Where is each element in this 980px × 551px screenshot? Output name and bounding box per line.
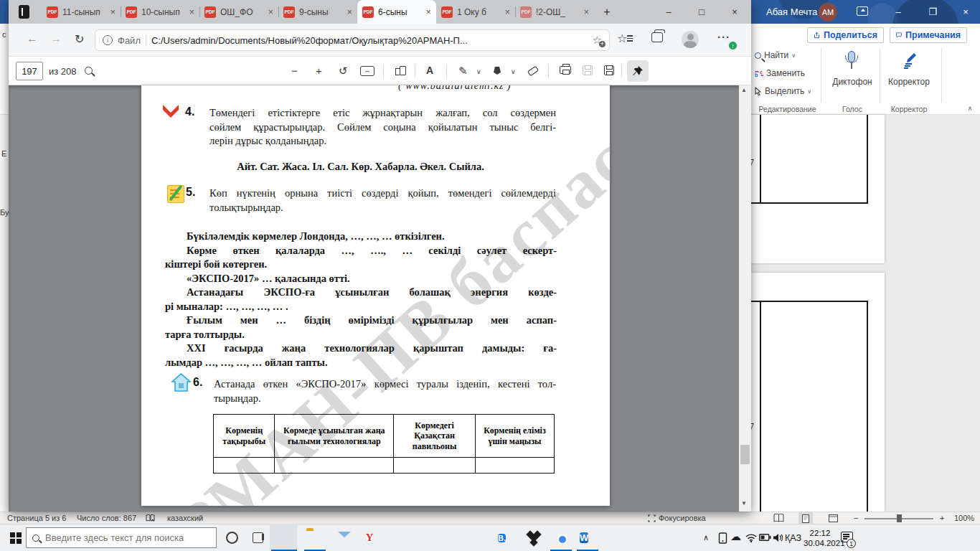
- back-icon[interactable]: ←: [27, 32, 38, 45]
- highlight-icon[interactable]: [494, 67, 501, 75]
- taskbar-edge-icon[interactable]: [275, 530, 291, 547]
- zoom-out-button[interactable]: −: [854, 514, 858, 522]
- zoom-out-icon[interactable]: −: [291, 65, 298, 77]
- tab-close-icon[interactable]: ×: [583, 6, 589, 17]
- zoom-percent[interactable]: 100%: [954, 514, 974, 522]
- rotate-icon[interactable]: ↺: [339, 65, 348, 77]
- tray-battery-icon[interactable]: [759, 534, 771, 541]
- zoom-in-icon[interactable]: +: [316, 65, 322, 77]
- draw-chevron-icon[interactable]: ∨: [476, 68, 481, 75]
- tab-close-icon[interactable]: ×: [110, 6, 116, 17]
- word-minimize-button[interactable]: –: [884, 0, 913, 24]
- replace-button[interactable]: bc Заменить: [755, 68, 805, 78]
- collapse-ribbon-icon[interactable]: ∧: [964, 105, 976, 112]
- editor-label[interactable]: Корректор: [885, 77, 933, 87]
- pdf-search-icon[interactable]: [85, 67, 93, 75]
- browser-tab-5-active[interactable]: PDF 6-сыны ×: [357, 0, 436, 24]
- profile-icon[interactable]: [682, 31, 699, 48]
- url-text[interactable]: C:/Users/admin/Documents/Новый%20формат/…: [151, 35, 588, 46]
- share-button[interactable]: Поделиться: [807, 27, 884, 43]
- weblayout-icon[interactable]: [829, 514, 838, 522]
- taskbar-chrome-icon[interactable]: [553, 530, 570, 547]
- taskbar-search[interactable]: [26, 527, 217, 548]
- find-label: Найти: [764, 50, 788, 60]
- cortana-icon[interactable]: [226, 532, 238, 544]
- edge-minimize-button[interactable]: –: [652, 0, 685, 24]
- taskbar-vk-icon[interactable]: B.: [498, 530, 514, 547]
- forward-icon[interactable]: →: [50, 32, 62, 45]
- taskbar-explorer-icon[interactable]: [306, 530, 323, 547]
- tab-close-icon[interactable]: ×: [189, 6, 194, 17]
- tray-language[interactable]: ҚАЗ: [785, 533, 801, 543]
- fit-to-width-icon[interactable]: ↔: [360, 66, 374, 76]
- read-aloud-icon[interactable]: A: [426, 65, 433, 76]
- tab-close-icon[interactable]: ×: [347, 6, 352, 17]
- browser-tab-3[interactable]: PDF ОШ_ФО ×: [199, 0, 278, 24]
- tray-volume-icon[interactable]: [773, 533, 783, 542]
- readmode-icon[interactable]: [773, 514, 784, 522]
- page-info-icon[interactable]: i: [103, 35, 113, 45]
- browser-tab-1[interactable]: PDF 11-сынып ×: [42, 0, 121, 24]
- scrollbar-thumb[interactable]: [740, 445, 750, 464]
- word-account-avatar[interactable]: AM: [819, 3, 837, 22]
- editor-pen-icon[interactable]: [900, 51, 918, 70]
- page-view-icon[interactable]: [400, 66, 406, 75]
- tray-wifi-icon[interactable]: [745, 534, 757, 542]
- start-button[interactable]: [10, 532, 22, 544]
- tab-label: 11-сынып: [62, 7, 105, 17]
- tab-close-icon[interactable]: ×: [425, 6, 431, 17]
- zoom-in-button[interactable]: +: [940, 514, 944, 522]
- pdf-scrollbar[interactable]: ▲ ▼: [739, 85, 751, 512]
- word-close-button[interactable]: ×: [951, 0, 980, 24]
- browser-tab-6[interactable]: PDF 1 Оку б ×: [436, 0, 515, 24]
- find-button[interactable]: Найти ∨: [755, 50, 796, 60]
- status-page[interactable]: Страница 5 из 6: [7, 514, 66, 522]
- tab-close-icon[interactable]: ×: [268, 6, 273, 17]
- dictate-button[interactable]: [845, 51, 858, 72]
- refresh-icon[interactable]: ↻: [75, 32, 84, 46]
- draw-icon[interactable]: ✎: [458, 65, 468, 77]
- zoom-slider-thumb[interactable]: [897, 514, 902, 522]
- taskbar-mail-icon[interactable]: [336, 530, 353, 547]
- pdf-page-input[interactable]: [16, 62, 43, 80]
- comments-button[interactable]: Примечания: [890, 27, 967, 43]
- tray-clock[interactable]: 22:12 30.04.2021: [804, 528, 837, 548]
- tray-onedrive-icon[interactable]: ☁: [730, 530, 741, 543]
- new-tab-button[interactable]: +: [598, 4, 616, 21]
- scroll-down-icon[interactable]: ▼: [741, 500, 747, 507]
- pin-toolbar-button[interactable]: [627, 60, 649, 82]
- select-button[interactable]: Выделить ∨: [755, 86, 811, 96]
- favorite-add-icon[interactable]: ☆+: [593, 34, 602, 47]
- tab-actions-icon[interactable]: [19, 5, 29, 19]
- collections-icon[interactable]: [651, 32, 663, 42]
- edge-maximize-button[interactable]: □: [685, 0, 718, 24]
- erase-icon[interactable]: [527, 66, 539, 77]
- printlayout-icon[interactable]: [798, 512, 813, 524]
- settings-menu-icon[interactable]: ···: [717, 31, 730, 43]
- scroll-up-icon[interactable]: ▲: [741, 87, 747, 93]
- taskbar-yandex-icon[interactable]: Y: [366, 530, 382, 547]
- word-restore-button[interactable]: ❐: [918, 0, 947, 24]
- ribbon-display-options-icon[interactable]: [857, 6, 868, 16]
- status-focus[interactable]: Фокусировка: [659, 514, 706, 522]
- highlight-chevron-icon[interactable]: ∨: [511, 68, 516, 75]
- taskbar-dropbox-icon[interactable]: [526, 530, 542, 547]
- browser-tab-4[interactable]: PDF 9-сыны ×: [278, 0, 357, 24]
- taskbar-word-icon[interactable]: W: [580, 530, 596, 547]
- tray-device-icon[interactable]: [717, 532, 728, 544]
- browser-tab-7[interactable]: PDF !2-ОШ_ ×: [515, 0, 594, 24]
- edge-close-button[interactable]: ×: [718, 0, 751, 24]
- print-icon[interactable]: [560, 66, 571, 74]
- save-as-icon[interactable]: [604, 65, 614, 75]
- tab-close-icon[interactable]: ×: [504, 6, 510, 17]
- favorites-bar-icon[interactable]: ☆: [617, 32, 627, 45]
- status-wordcount[interactable]: Число слов: 867: [77, 514, 136, 522]
- dictate-label[interactable]: Диктофон: [829, 77, 876, 87]
- address-bar[interactable]: i Файл C:/Users/admin/Documents/Новый%20…: [95, 29, 610, 51]
- task-view-icon[interactable]: [253, 532, 263, 543]
- status-language[interactable]: казахский: [167, 514, 203, 522]
- browser-tab-2[interactable]: PDF 10-сынып ×: [121, 0, 199, 24]
- search-input[interactable]: [45, 532, 210, 543]
- tray-chevron-icon[interactable]: ∧: [703, 533, 709, 542]
- proofing-icon[interactable]: [146, 514, 155, 522]
